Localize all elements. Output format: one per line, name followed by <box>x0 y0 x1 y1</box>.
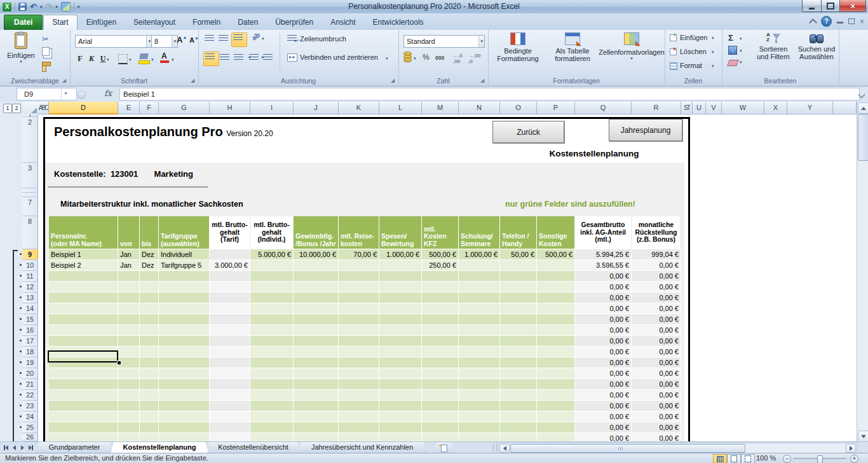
align-left-button[interactable] <box>203 52 219 66</box>
cell-L20[interactable] <box>379 368 422 379</box>
sheet-tab-grundparameter[interactable]: Grundparameter <box>36 442 113 453</box>
row-header-18[interactable]: 18 <box>22 347 38 357</box>
column-header-M[interactable]: M <box>422 102 459 114</box>
formula-input[interactable]: Beispiel 1 <box>119 88 860 100</box>
cell-R13[interactable]: 0,00 € <box>632 293 681 303</box>
cell-J26[interactable] <box>294 433 339 441</box>
column-header-O[interactable]: O <box>500 102 537 114</box>
cell-E19[interactable] <box>118 357 140 368</box>
column-header-V[interactable]: V <box>706 102 722 114</box>
cell-R12[interactable]: 0,00 € <box>632 282 681 293</box>
cell-D22[interactable] <box>49 390 118 401</box>
cell-F12[interactable] <box>140 282 159 293</box>
ribbon-tab-ansicht[interactable]: Ansicht <box>322 15 363 30</box>
cell-R17[interactable]: 0,00 € <box>632 336 681 347</box>
cell-D15[interactable] <box>49 314 118 325</box>
ribbon-tab-entwicklertools[interactable]: Entwicklertools <box>365 15 432 30</box>
cell-L26[interactable] <box>379 433 422 441</box>
cell-J22[interactable] <box>294 390 339 401</box>
cell-O13[interactable] <box>500 293 537 303</box>
accounting-dropdown-icon[interactable]: ▾ <box>414 56 416 61</box>
align-bottom-button[interactable] <box>231 32 247 47</box>
cell-Q11[interactable]: 0,00 € <box>575 271 632 282</box>
font-color-button[interactable]: A <box>161 52 167 60</box>
cell-E25[interactable] <box>118 422 140 433</box>
cell-H18[interactable] <box>210 347 250 357</box>
cell-L21[interactable] <box>379 379 422 390</box>
comma-style-button[interactable]: 000 <box>435 55 444 61</box>
cell-D16[interactable] <box>49 325 118 336</box>
cell-L18[interactable] <box>379 347 422 357</box>
insert-cells-dropdown-icon[interactable]: ▾ <box>712 36 714 41</box>
row-header-23[interactable]: 23 <box>22 401 38 411</box>
ribbon-tab-seitenlayout[interactable]: Seitenlayout <box>125 15 184 30</box>
table-header-P[interactable]: Sonstige Kosten <box>537 216 575 249</box>
cell-J25[interactable] <box>294 422 339 433</box>
cell-J24[interactable] <box>294 411 339 422</box>
cell-E16[interactable] <box>118 325 140 336</box>
cell-M11[interactable] <box>422 271 459 282</box>
insert-function-icon[interactable]: fx <box>104 88 112 98</box>
orientation-dropdown-icon[interactable]: ▾ <box>262 36 264 41</box>
cell-Q22[interactable]: 0,00 € <box>575 390 632 401</box>
dialog-launcher-icon[interactable]: ◢ <box>480 78 486 83</box>
cell-R25[interactable]: 0,00 € <box>632 422 681 433</box>
cell-R21[interactable]: 0,00 € <box>632 379 681 390</box>
cell-D9[interactable]: Beispiel 1 <box>49 249 118 260</box>
cell-O22[interactable] <box>500 390 537 401</box>
bold-button[interactable]: F <box>75 54 85 64</box>
normal-view-button[interactable] <box>713 454 727 463</box>
column-header-Q[interactable]: Q <box>575 102 632 114</box>
cell-K26[interactable] <box>339 433 379 441</box>
cell-F20[interactable] <box>140 368 159 379</box>
cell-L23[interactable] <box>379 401 422 411</box>
cell-I17[interactable] <box>250 336 294 347</box>
minimize-button[interactable] <box>802 0 822 12</box>
row-header-21[interactable]: 21 <box>22 379 38 390</box>
cell-J9[interactable]: 10.000,00 € <box>294 249 339 260</box>
table-header-M[interactable]: mtl. Kosten KFZ <box>422 216 459 249</box>
row-header-10[interactable]: 10 <box>22 260 38 271</box>
cell-I10[interactable] <box>250 260 294 271</box>
decrease-indent-button[interactable]: ◂ <box>249 54 259 61</box>
cell-R19[interactable]: 0,00 € <box>632 357 681 368</box>
cell-N11[interactable] <box>459 271 500 282</box>
cell-D13[interactable] <box>49 293 118 303</box>
column-header-P[interactable]: P <box>537 102 575 114</box>
cell-Q14[interactable]: 0,00 € <box>575 303 632 314</box>
row-header-14[interactable]: 14 <box>22 303 38 314</box>
cell-Q9[interactable]: 5.994,25 € <box>575 249 632 260</box>
cell-L19[interactable] <box>379 357 422 368</box>
cell-I9[interactable]: 5.000,00 € <box>250 249 294 260</box>
zoom-level[interactable]: 100 % <box>756 454 776 462</box>
cell-K17[interactable] <box>339 336 379 347</box>
table-header-N[interactable]: Schulung/ Seminare <box>459 216 500 249</box>
cell-R15[interactable]: 0,00 € <box>632 314 681 325</box>
cell-L16[interactable] <box>379 325 422 336</box>
cell-P9[interactable]: 500,00 € <box>537 249 575 260</box>
zoom-in-button[interactable]: + <box>850 455 858 463</box>
column-header-I[interactable]: I <box>250 102 294 114</box>
cell-N25[interactable] <box>459 422 500 433</box>
column-header-X[interactable]: X <box>764 102 787 114</box>
cell-L24[interactable] <box>379 411 422 422</box>
cell-P25[interactable] <box>537 422 575 433</box>
cell-I14[interactable] <box>250 303 294 314</box>
cell-O12[interactable] <box>500 282 537 293</box>
cell-E9[interactable]: Jan <box>118 249 140 260</box>
merge-center-button[interactable]: Verbinden und zentrieren <box>300 53 378 61</box>
cell-M10[interactable]: 250,00 € <box>422 260 459 271</box>
cell-E26[interactable] <box>118 433 140 441</box>
cell-H21[interactable] <box>210 379 250 390</box>
selected-cell-outline[interactable] <box>48 350 118 363</box>
cell-J20[interactable] <box>294 368 339 379</box>
copy-icon[interactable] <box>42 47 50 56</box>
cell-K24[interactable] <box>339 411 379 422</box>
orientation-button[interactable]: ab <box>250 31 261 41</box>
row-header-hidden[interactable] <box>22 188 38 193</box>
cell-G9[interactable]: Individuell <box>159 249 210 260</box>
row-header-13[interactable]: 13 <box>22 293 38 303</box>
name-box-dropdown-icon[interactable]: ▾ <box>61 88 70 99</box>
fill-dropdown-icon[interactable]: ▾ <box>740 48 742 53</box>
cell-J11[interactable] <box>294 271 339 282</box>
